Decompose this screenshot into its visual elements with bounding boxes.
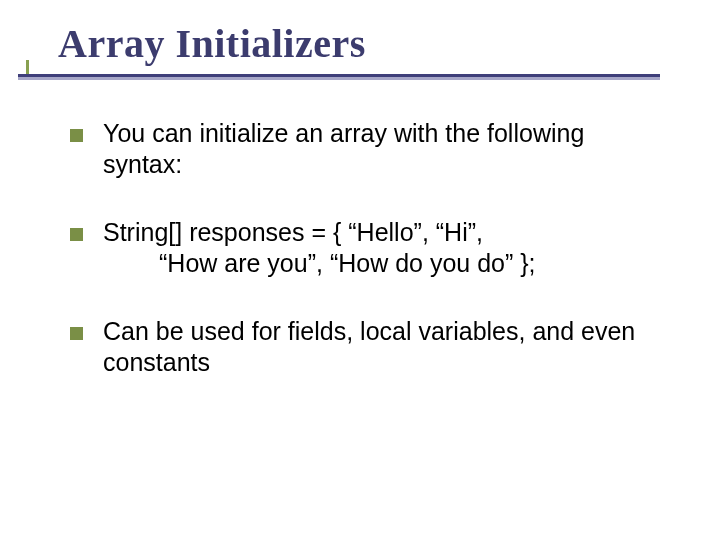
bullet-text: You can initialize an array with the fol…: [103, 118, 660, 179]
bullet-text: String[] responses = { “Hello”, “Hi”, “H…: [103, 217, 660, 278]
title-underline: [18, 74, 660, 80]
bullet-text: Can be used for fields, local variables,…: [103, 316, 660, 377]
bullet-item: String[] responses = { “Hello”, “Hi”, “H…: [70, 217, 660, 278]
square-bullet-icon: [70, 129, 83, 142]
bullet-item: You can initialize an array with the fol…: [70, 118, 660, 179]
title-area: Array Initializers: [58, 20, 680, 73]
code-line-2: “How are you”, “How do you do” };: [103, 248, 660, 279]
slide: Array Initializers You can initialize an…: [0, 0, 720, 540]
slide-title: Array Initializers: [58, 20, 680, 67]
slide-body: You can initialize an array with the fol…: [70, 118, 660, 415]
square-bullet-icon: [70, 327, 83, 340]
underline-light: [18, 77, 660, 80]
square-bullet-icon: [70, 228, 83, 241]
code-line-1: String[] responses = { “Hello”, “Hi”,: [103, 217, 660, 248]
title-accent-tick: [26, 60, 29, 74]
bullet-item: Can be used for fields, local variables,…: [70, 316, 660, 377]
